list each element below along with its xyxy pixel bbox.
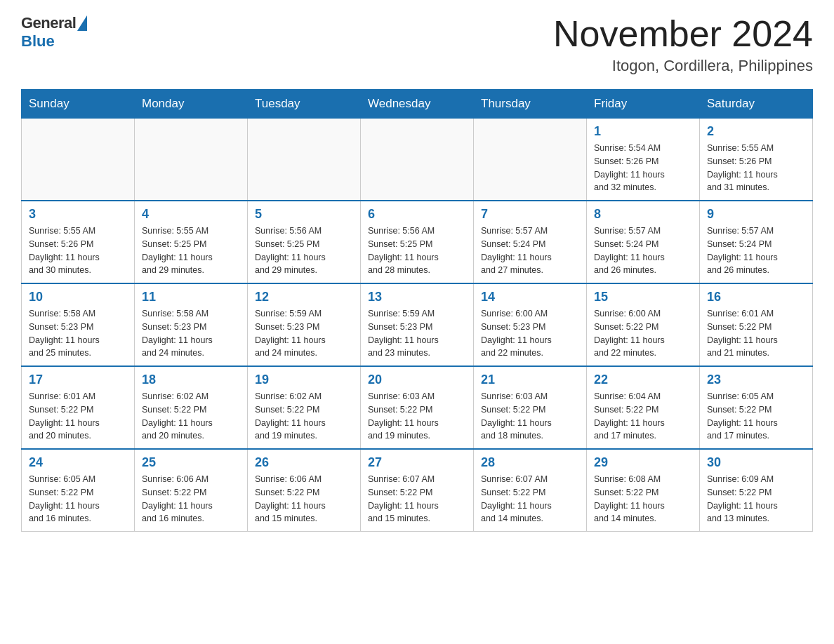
calendar-cell: 23Sunrise: 6:05 AMSunset: 5:22 PMDayligh… bbox=[700, 366, 813, 449]
calendar-week-row: 3Sunrise: 5:55 AMSunset: 5:26 PMDaylight… bbox=[22, 201, 813, 283]
calendar-cell: 7Sunrise: 5:57 AMSunset: 5:24 PMDaylight… bbox=[474, 201, 587, 283]
calendar-header-friday: Friday bbox=[587, 90, 700, 119]
day-number: 20 bbox=[368, 373, 466, 387]
day-number: 11 bbox=[142, 290, 240, 304]
day-number: 12 bbox=[255, 290, 353, 304]
day-number: 9 bbox=[707, 207, 805, 222]
calendar-cell: 28Sunrise: 6:07 AMSunset: 5:22 PMDayligh… bbox=[474, 449, 587, 532]
day-info: Sunrise: 5:56 AMSunset: 5:25 PMDaylight:… bbox=[368, 224, 466, 277]
calendar-cell: 12Sunrise: 5:59 AMSunset: 5:23 PMDayligh… bbox=[248, 283, 361, 366]
calendar-cell: 29Sunrise: 6:08 AMSunset: 5:22 PMDayligh… bbox=[587, 449, 700, 532]
day-info: Sunrise: 6:03 AMSunset: 5:22 PMDaylight:… bbox=[481, 390, 579, 443]
day-info: Sunrise: 6:05 AMSunset: 5:22 PMDaylight:… bbox=[29, 473, 127, 525]
calendar-cell: 16Sunrise: 6:01 AMSunset: 5:22 PMDayligh… bbox=[700, 283, 813, 366]
day-info: Sunrise: 5:59 AMSunset: 5:23 PMDaylight:… bbox=[368, 307, 466, 360]
calendar-cell: 21Sunrise: 6:03 AMSunset: 5:22 PMDayligh… bbox=[474, 366, 587, 449]
day-info: Sunrise: 6:02 AMSunset: 5:22 PMDaylight:… bbox=[255, 390, 353, 443]
calendar-week-row: 24Sunrise: 6:05 AMSunset: 5:22 PMDayligh… bbox=[22, 449, 813, 532]
day-number: 29 bbox=[594, 455, 692, 470]
day-number: 8 bbox=[594, 207, 692, 222]
calendar-header-monday: Monday bbox=[135, 90, 248, 119]
calendar-cell bbox=[361, 119, 474, 201]
day-number: 5 bbox=[255, 207, 353, 222]
day-info: Sunrise: 5:58 AMSunset: 5:23 PMDaylight:… bbox=[29, 307, 127, 360]
day-number: 18 bbox=[142, 373, 240, 387]
day-info: Sunrise: 6:01 AMSunset: 5:22 PMDaylight:… bbox=[29, 390, 127, 443]
logo-triangle-icon bbox=[77, 15, 87, 31]
calendar-cell: 14Sunrise: 6:00 AMSunset: 5:23 PMDayligh… bbox=[474, 283, 587, 366]
calendar-cell bbox=[248, 119, 361, 201]
day-info: Sunrise: 6:07 AMSunset: 5:22 PMDaylight:… bbox=[368, 473, 466, 525]
calendar-header-thursday: Thursday bbox=[474, 90, 587, 119]
day-number: 17 bbox=[29, 373, 127, 387]
day-number: 30 bbox=[707, 455, 805, 470]
calendar-cell: 5Sunrise: 5:56 AMSunset: 5:25 PMDaylight… bbox=[248, 201, 361, 283]
title-block: November 2024 Itogon, Cordillera, Philip… bbox=[553, 14, 813, 75]
day-number: 3 bbox=[29, 207, 127, 222]
day-info: Sunrise: 5:55 AMSunset: 5:26 PMDaylight:… bbox=[707, 142, 805, 194]
calendar-cell: 1Sunrise: 5:54 AMSunset: 5:26 PMDaylight… bbox=[587, 119, 700, 201]
day-number: 4 bbox=[142, 207, 240, 222]
calendar-cell: 27Sunrise: 6:07 AMSunset: 5:22 PMDayligh… bbox=[361, 449, 474, 532]
calendar-cell: 8Sunrise: 5:57 AMSunset: 5:24 PMDaylight… bbox=[587, 201, 700, 283]
day-info: Sunrise: 6:04 AMSunset: 5:22 PMDaylight:… bbox=[594, 390, 692, 443]
calendar-cell: 11Sunrise: 5:58 AMSunset: 5:23 PMDayligh… bbox=[135, 283, 248, 366]
day-info: Sunrise: 6:00 AMSunset: 5:22 PMDaylight:… bbox=[594, 307, 692, 360]
day-number: 27 bbox=[368, 455, 466, 470]
calendar-week-row: 10Sunrise: 5:58 AMSunset: 5:23 PMDayligh… bbox=[22, 283, 813, 366]
day-number: 13 bbox=[368, 290, 466, 304]
calendar-cell: 13Sunrise: 5:59 AMSunset: 5:23 PMDayligh… bbox=[361, 283, 474, 366]
calendar-cell: 10Sunrise: 5:58 AMSunset: 5:23 PMDayligh… bbox=[22, 283, 135, 366]
calendar-cell bbox=[135, 119, 248, 201]
calendar-cell: 18Sunrise: 6:02 AMSunset: 5:22 PMDayligh… bbox=[135, 366, 248, 449]
day-number: 23 bbox=[707, 373, 805, 387]
day-number: 15 bbox=[594, 290, 692, 304]
day-number: 21 bbox=[481, 373, 579, 387]
calendar-header-wednesday: Wednesday bbox=[361, 90, 474, 119]
calendar-cell: 25Sunrise: 6:06 AMSunset: 5:22 PMDayligh… bbox=[135, 449, 248, 532]
day-number: 16 bbox=[707, 290, 805, 304]
day-info: Sunrise: 6:06 AMSunset: 5:22 PMDaylight:… bbox=[142, 473, 240, 525]
logo: General Blue bbox=[21, 14, 87, 51]
page-header: General Blue November 2024 Itogon, Cordi… bbox=[21, 14, 813, 75]
calendar-header-sunday: Sunday bbox=[22, 90, 135, 119]
calendar-cell: 30Sunrise: 6:09 AMSunset: 5:22 PMDayligh… bbox=[700, 449, 813, 532]
day-number: 24 bbox=[29, 455, 127, 470]
logo-general-text: General bbox=[21, 14, 76, 32]
day-info: Sunrise: 6:02 AMSunset: 5:22 PMDaylight:… bbox=[142, 390, 240, 443]
day-number: 2 bbox=[707, 124, 805, 139]
calendar-cell: 4Sunrise: 5:55 AMSunset: 5:25 PMDaylight… bbox=[135, 201, 248, 283]
day-info: Sunrise: 6:09 AMSunset: 5:22 PMDaylight:… bbox=[707, 473, 805, 525]
calendar-cell: 19Sunrise: 6:02 AMSunset: 5:22 PMDayligh… bbox=[248, 366, 361, 449]
day-info: Sunrise: 5:55 AMSunset: 5:26 PMDaylight:… bbox=[29, 224, 127, 277]
day-number: 22 bbox=[594, 373, 692, 387]
calendar-cell: 22Sunrise: 6:04 AMSunset: 5:22 PMDayligh… bbox=[587, 366, 700, 449]
day-number: 25 bbox=[142, 455, 240, 470]
calendar-header-tuesday: Tuesday bbox=[248, 90, 361, 119]
calendar-title: November 2024 bbox=[553, 14, 813, 54]
day-info: Sunrise: 6:03 AMSunset: 5:22 PMDaylight:… bbox=[368, 390, 466, 443]
calendar-cell bbox=[22, 119, 135, 201]
calendar-header-saturday: Saturday bbox=[700, 90, 813, 119]
day-info: Sunrise: 5:57 AMSunset: 5:24 PMDaylight:… bbox=[594, 224, 692, 277]
day-info: Sunrise: 5:56 AMSunset: 5:25 PMDaylight:… bbox=[255, 224, 353, 277]
day-info: Sunrise: 6:01 AMSunset: 5:22 PMDaylight:… bbox=[707, 307, 805, 360]
calendar-header-row: SundayMondayTuesdayWednesdayThursdayFrid… bbox=[22, 90, 813, 119]
calendar-subtitle: Itogon, Cordillera, Philippines bbox=[553, 57, 813, 75]
day-info: Sunrise: 5:55 AMSunset: 5:25 PMDaylight:… bbox=[142, 224, 240, 277]
calendar-week-row: 17Sunrise: 6:01 AMSunset: 5:22 PMDayligh… bbox=[22, 366, 813, 449]
calendar-cell: 17Sunrise: 6:01 AMSunset: 5:22 PMDayligh… bbox=[22, 366, 135, 449]
day-number: 1 bbox=[594, 124, 692, 139]
day-number: 19 bbox=[255, 373, 353, 387]
calendar-cell: 24Sunrise: 6:05 AMSunset: 5:22 PMDayligh… bbox=[22, 449, 135, 532]
day-info: Sunrise: 6:08 AMSunset: 5:22 PMDaylight:… bbox=[594, 473, 692, 525]
calendar-week-row: 1Sunrise: 5:54 AMSunset: 5:26 PMDaylight… bbox=[22, 119, 813, 201]
day-info: Sunrise: 6:07 AMSunset: 5:22 PMDaylight:… bbox=[481, 473, 579, 525]
day-number: 7 bbox=[481, 207, 579, 222]
day-info: Sunrise: 5:54 AMSunset: 5:26 PMDaylight:… bbox=[594, 142, 692, 194]
calendar-cell: 15Sunrise: 6:00 AMSunset: 5:22 PMDayligh… bbox=[587, 283, 700, 366]
calendar-cell bbox=[474, 119, 587, 201]
day-number: 6 bbox=[368, 207, 466, 222]
day-info: Sunrise: 6:05 AMSunset: 5:22 PMDaylight:… bbox=[707, 390, 805, 443]
day-info: Sunrise: 6:06 AMSunset: 5:22 PMDaylight:… bbox=[255, 473, 353, 525]
